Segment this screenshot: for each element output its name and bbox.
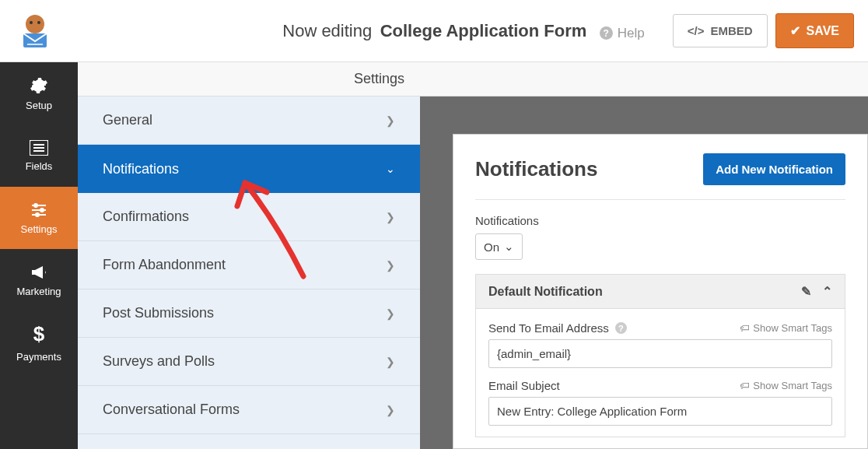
code-icon: </> bbox=[688, 24, 705, 37]
sliders-icon bbox=[30, 202, 48, 219]
settings-item-post-submissions[interactable]: Post Submissions ❯ bbox=[78, 289, 420, 338]
svg-point-12 bbox=[40, 209, 44, 212]
svg-point-0 bbox=[26, 15, 44, 33]
notifications-toggle-label: Notifications bbox=[475, 214, 845, 227]
chevron-right-icon: ❯ bbox=[386, 211, 395, 223]
settings-header-label: Settings bbox=[354, 71, 404, 87]
field-send-to: Send To Email Address ? 🏷 Show Smart Tag… bbox=[488, 321, 832, 368]
chevron-right-icon: ❯ bbox=[386, 307, 395, 320]
notification-body: Send To Email Address ? 🏷 Show Smart Tag… bbox=[476, 309, 845, 426]
help-link[interactable]: ? Help bbox=[600, 26, 645, 41]
title-area: Now editing College Application Form ? H… bbox=[72, 21, 660, 41]
dollar-icon: $ bbox=[33, 322, 44, 346]
svg-point-1 bbox=[30, 21, 33, 24]
chevron-right-icon: ❯ bbox=[386, 356, 395, 368]
notification-box: Default Notification ✎ ⌃ Send To Email A… bbox=[475, 274, 845, 437]
show-smart-tags-link[interactable]: 🏷 Show Smart Tags bbox=[740, 322, 832, 334]
content-header bbox=[420, 62, 868, 96]
settings-item-label: Form Abandonment bbox=[103, 257, 226, 273]
save-button[interactable]: ✔ SAVE bbox=[775, 13, 854, 48]
form-title: College Application Form bbox=[380, 21, 587, 40]
save-label: SAVE bbox=[807, 24, 839, 38]
sidebar-item-setup[interactable]: Setup bbox=[0, 62, 78, 125]
check-icon: ✔ bbox=[790, 23, 800, 38]
add-notification-button[interactable]: Add New Notification bbox=[703, 153, 845, 185]
gear-icon bbox=[30, 76, 48, 95]
chevron-down-icon: ⌄ bbox=[386, 163, 395, 175]
help-label: Help bbox=[618, 26, 645, 41]
left-sidebar: Setup Fields Settings Marketing $ Paymen… bbox=[0, 62, 78, 449]
collapse-icon[interactable]: ⌃ bbox=[822, 284, 832, 299]
list-icon bbox=[30, 140, 48, 156]
sidebar-item-payments[interactable]: $ Payments bbox=[0, 311, 78, 374]
notification-box-header: Default Notification ✎ ⌃ bbox=[476, 275, 845, 309]
content-area: Notifications Add New Notification Notif… bbox=[420, 62, 868, 449]
email-subject-input[interactable] bbox=[488, 397, 832, 426]
topbar: Now editing College Application Form ? H… bbox=[0, 0, 868, 62]
help-icon[interactable]: ? bbox=[615, 322, 627, 334]
svg-point-2 bbox=[37, 21, 40, 24]
settings-item-surveys-polls[interactable]: Surveys and Polls ❯ bbox=[78, 338, 420, 386]
settings-item-label: Confirmations bbox=[103, 209, 189, 225]
embed-button[interactable]: </> EMBED bbox=[673, 14, 768, 47]
field-label: Email Subject bbox=[488, 379, 560, 392]
tag-icon: 🏷 bbox=[740, 322, 750, 334]
sidebar-item-fields[interactable]: Fields bbox=[0, 125, 78, 187]
sidebar-item-label: Settings bbox=[21, 223, 58, 235]
chevron-down-icon: ⌄ bbox=[504, 240, 514, 254]
settings-item-notifications[interactable]: Notifications ⌄ bbox=[78, 145, 420, 193]
settings-list: General ❯ Notifications ⌄ Confirmations … bbox=[78, 96, 420, 449]
notifications-panel: Notifications Add New Notification Notif… bbox=[453, 134, 868, 449]
settings-item-conversational-forms[interactable]: Conversational Forms ❯ bbox=[78, 386, 420, 434]
settings-item-form-abandonment[interactable]: Form Abandonment ❯ bbox=[78, 241, 420, 289]
embed-label: EMBED bbox=[710, 24, 752, 37]
svg-point-10 bbox=[34, 204, 37, 207]
notification-box-title: Default Notification bbox=[488, 285, 603, 299]
edit-icon[interactable]: ✎ bbox=[801, 284, 811, 299]
settings-item-label: General bbox=[103, 112, 152, 128]
settings-item-label: Surveys and Polls bbox=[103, 353, 215, 370]
sidebar-item-label: Setup bbox=[26, 100, 52, 111]
chevron-right-icon: ❯ bbox=[386, 404, 395, 416]
settings-column-header: Settings bbox=[78, 62, 420, 96]
notification-box-actions: ✎ ⌃ bbox=[801, 284, 832, 299]
toggle-value: On bbox=[484, 240, 499, 254]
bullhorn-icon bbox=[30, 264, 48, 281]
sidebar-item-settings[interactable]: Settings bbox=[0, 187, 78, 249]
panel-wrap: Notifications Add New Notification Notif… bbox=[420, 96, 868, 449]
settings-item-general[interactable]: General ❯ bbox=[78, 96, 420, 145]
app-logo bbox=[14, 10, 56, 52]
help-icon: ? bbox=[600, 26, 613, 40]
sidebar-item-marketing[interactable]: Marketing bbox=[0, 249, 78, 311]
field-email-subject: Email Subject 🏷 Show Smart Tags bbox=[488, 379, 832, 426]
settings-item-label: Post Submissions bbox=[103, 305, 214, 321]
settings-item-label: Notifications bbox=[103, 161, 179, 177]
send-to-email-input[interactable] bbox=[488, 339, 832, 368]
settings-column: Settings General ❯ Notifications ⌄ Confi… bbox=[78, 62, 420, 449]
now-editing-label: Now editing bbox=[282, 21, 372, 40]
settings-item-label: Conversational Forms bbox=[103, 402, 240, 418]
settings-item-confirmations[interactable]: Confirmations ❯ bbox=[78, 193, 420, 241]
sidebar-item-label: Fields bbox=[26, 160, 53, 172]
svg-point-14 bbox=[36, 213, 39, 216]
main-area: Setup Fields Settings Marketing $ Paymen… bbox=[0, 62, 868, 449]
field-label: Send To Email Address ? bbox=[488, 321, 627, 335]
chevron-right-icon: ❯ bbox=[386, 259, 395, 272]
tag-icon: 🏷 bbox=[740, 380, 750, 391]
panel-title: Notifications bbox=[475, 157, 597, 181]
notifications-toggle-select[interactable]: On ⌄ bbox=[475, 233, 523, 260]
sidebar-item-label: Payments bbox=[16, 351, 61, 363]
show-smart-tags-link[interactable]: 🏷 Show Smart Tags bbox=[740, 380, 832, 391]
panel-header: Notifications Add New Notification bbox=[475, 153, 845, 200]
chevron-right-icon: ❯ bbox=[386, 114, 395, 127]
sidebar-item-label: Marketing bbox=[16, 286, 61, 297]
